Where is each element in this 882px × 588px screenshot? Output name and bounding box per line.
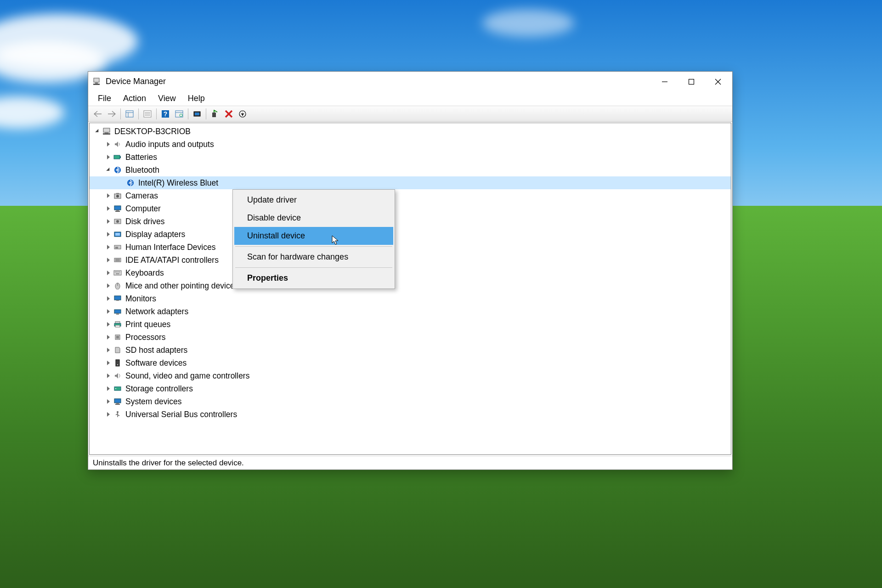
expand-icon[interactable] — [104, 258, 113, 262]
tree-category-processors[interactable]: Processors — [90, 331, 731, 344]
uninstall-button[interactable] — [222, 107, 235, 120]
expand-icon[interactable] — [104, 412, 113, 417]
maximize-button[interactable] — [678, 73, 705, 90]
tree-category-software[interactable]: Software devices — [90, 356, 731, 369]
svg-rect-62 — [116, 336, 119, 339]
cpu-icon — [113, 333, 123, 342]
tree-category-ide[interactable]: IDE ATA/ATAPI controllers — [90, 254, 731, 266]
tree-category-keyboards[interactable]: Keyboards — [90, 266, 731, 279]
tree-category-computer[interactable]: Computer — [90, 202, 731, 215]
svg-rect-48 — [116, 271, 117, 272]
svg-rect-68 — [116, 403, 119, 404]
menu-action[interactable]: Action — [117, 92, 152, 105]
tree-category-monitors[interactable]: Monitors — [90, 292, 731, 305]
svg-rect-21 — [212, 113, 216, 117]
hid-icon — [113, 243, 123, 252]
tree-category-sd[interactable]: SD host adapters — [90, 344, 731, 356]
tree-category-storage[interactable]: Storage controllers — [90, 382, 731, 395]
tree-category-print[interactable]: Print queues — [90, 318, 731, 331]
statusbar: Uninstalls the driver for the selected d… — [88, 456, 732, 469]
speaker-icon — [113, 140, 123, 149]
context-separator — [235, 267, 392, 268]
svg-rect-50 — [119, 271, 120, 272]
enable-device-button[interactable] — [209, 107, 221, 120]
tree-category-system[interactable]: System devices — [90, 395, 731, 408]
back-button[interactable] — [91, 107, 104, 120]
tree-label: Bluetooth — [125, 165, 159, 175]
tree-item-intel-bluetooth[interactable]: Intel(R) Wireless Bluet — [90, 176, 731, 189]
help-button[interactable]: ? — [159, 107, 172, 120]
menu-view[interactable]: View — [152, 92, 182, 105]
titlebar[interactable]: Device Manager — [88, 72, 732, 91]
svg-point-31 — [116, 195, 119, 198]
context-uninstall-device[interactable]: Uninstall device — [234, 227, 393, 245]
expand-icon[interactable] — [104, 155, 113, 159]
mouse-icon — [113, 281, 123, 290]
menu-file[interactable]: File — [92, 92, 117, 105]
svg-rect-51 — [116, 273, 119, 274]
tree-category-hid[interactable]: Human Interface Devices — [90, 241, 731, 254]
tree-category-cameras[interactable]: Cameras — [90, 189, 731, 202]
expand-icon[interactable] — [104, 373, 113, 378]
tree-root[interactable]: DESKTOP-B3CRIOB — [90, 125, 731, 138]
properties-button[interactable] — [141, 107, 154, 120]
context-scan-hardware[interactable]: Scan for hardware changes — [234, 248, 393, 266]
tree-category-audio[interactable]: Audio inputs and outputs — [90, 138, 731, 151]
update-driver-button[interactable] — [191, 107, 204, 120]
display-adapter-icon — [113, 230, 123, 239]
expand-icon[interactable] — [104, 271, 113, 275]
tree-category-bluetooth[interactable]: Bluetooth — [90, 164, 731, 176]
expand-icon[interactable] — [104, 399, 113, 404]
expand-icon[interactable] — [104, 322, 113, 327]
svg-rect-46 — [114, 271, 121, 275]
device-tree[interactable]: DESKTOP-B3CRIOB Audio inputs and outputs… — [89, 123, 731, 455]
expand-icon[interactable] — [104, 386, 113, 391]
tree-label: System devices — [125, 397, 182, 407]
tree-category-sound[interactable]: Sound, video and game controllers — [90, 369, 731, 382]
tree-category-mice[interactable]: Mice and other pointing devices — [90, 279, 731, 292]
expand-icon[interactable] — [104, 309, 113, 314]
scan-hardware-button[interactable] — [173, 107, 186, 120]
expand-icon[interactable] — [104, 168, 113, 172]
close-button[interactable] — [705, 73, 731, 90]
forward-button[interactable] — [105, 107, 118, 120]
menu-help[interactable]: Help — [182, 92, 211, 105]
computer-icon — [102, 127, 112, 136]
expand-icon[interactable] — [104, 245, 113, 249]
expand-icon[interactable] — [104, 348, 113, 352]
svg-rect-1 — [95, 82, 98, 84]
tree-label: Keyboards — [125, 268, 164, 278]
window-controls — [651, 73, 731, 90]
tree-category-display[interactable]: Display adapters — [90, 228, 731, 241]
expand-icon[interactable] — [104, 206, 113, 211]
ide-icon — [113, 255, 123, 265]
context-disable-device[interactable]: Disable device — [234, 209, 393, 227]
svg-rect-24 — [105, 132, 108, 133]
minimize-button[interactable] — [651, 73, 678, 90]
disable-device-button[interactable] — [236, 107, 249, 120]
expand-icon[interactable] — [93, 129, 102, 134]
expand-icon[interactable] — [104, 142, 113, 147]
tree-label: Monitors — [125, 294, 156, 304]
expand-icon[interactable] — [104, 283, 113, 288]
context-properties[interactable]: Properties — [234, 269, 393, 287]
context-separator — [235, 246, 392, 247]
tree-category-disk[interactable]: Disk drives — [90, 215, 731, 228]
expand-icon[interactable] — [104, 296, 113, 301]
svg-rect-41 — [115, 247, 118, 249]
show-hide-tree-button[interactable] — [123, 107, 136, 120]
expand-icon[interactable] — [104, 219, 113, 224]
bluetooth-icon — [113, 165, 123, 175]
svg-rect-25 — [103, 133, 110, 135]
context-update-driver[interactable]: Update driver — [234, 191, 393, 209]
tree-category-usb[interactable]: Universal Serial Bus controllers — [90, 408, 731, 421]
cloud-decoration — [482, 9, 574, 37]
device-manager-window: Device Manager File Action View Help ? — [88, 71, 733, 470]
expand-icon[interactable] — [104, 361, 113, 365]
tree-category-batteries[interactable]: Batteries — [90, 151, 731, 164]
expand-icon[interactable] — [104, 232, 113, 237]
tree-label: Human Interface Devices — [125, 243, 215, 252]
tree-category-network[interactable]: Network adapters — [90, 305, 731, 318]
expand-icon[interactable] — [104, 335, 113, 339]
expand-icon[interactable] — [104, 193, 113, 198]
